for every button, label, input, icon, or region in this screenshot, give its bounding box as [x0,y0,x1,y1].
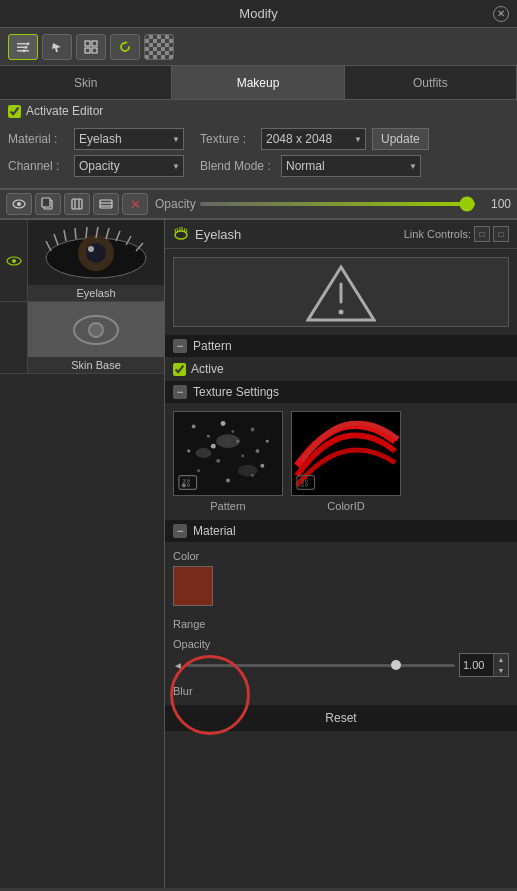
tab-outfits[interactable]: Outfits [345,66,517,99]
warning-triangle [306,262,376,322]
texture-label: Texture : [200,132,255,146]
svg-point-5 [23,49,26,52]
activate-editor-label[interactable]: Activate Editor [8,104,103,118]
colorid-texture-img[interactable]: ⛓ [291,411,401,496]
reset-button[interactable]: Reset [165,705,517,731]
link-icon-2[interactable]: □ [493,226,509,242]
tab-skin[interactable]: Skin [0,66,172,99]
opacity-slider-thumb [391,660,401,670]
channel-select[interactable]: Opacity [74,155,184,177]
svg-text:⛓: ⛓ [300,478,309,488]
arrow-tool-button[interactable] [42,34,72,60]
pattern-section-title: Pattern [193,339,232,353]
svg-point-24 [86,243,106,263]
link-controls-label: Link Controls: [404,228,471,240]
opacity-control: Opacity 100 [155,197,511,211]
link-icon-1[interactable]: □ [474,226,490,242]
grid-tool-button[interactable] [76,34,106,60]
title-bar: Modify ✕ [0,0,517,28]
channel-select-wrap: Opacity [74,155,184,177]
svg-point-54 [187,450,190,453]
active-text: Active [191,362,224,376]
svg-point-11 [17,202,21,206]
opacity-value-num: 1.00 [460,658,493,672]
close-button[interactable]: ✕ [493,6,509,22]
material-label: Material : [8,132,68,146]
color-label: Color [173,550,509,562]
window-title: Modify [239,6,277,21]
eye-button[interactable] [6,193,32,215]
svg-rect-6 [85,41,90,46]
range-label: Range [165,614,517,634]
opacity-slider-row: ◄ 1.00 ▲ ▼ [173,653,509,677]
opacity-slider[interactable] [200,202,475,206]
layer-panel: Eyelash Skin Base [0,219,517,888]
pattern-svg: ⛓ [174,411,282,496]
right-panel-header: Eyelash Link Controls: □ □ [165,220,517,249]
warning-box [173,257,509,327]
material-select[interactable]: Eyelash [74,128,184,150]
opacity-spin: ▲ ▼ [493,654,508,676]
active-row: Active [165,357,517,381]
svg-rect-13 [42,198,50,207]
svg-point-62 [266,440,269,443]
sliders-tool-button[interactable] [8,34,38,60]
colorid-svg: ⛓ [292,411,400,496]
svg-point-3 [27,42,30,45]
texture-settings-header[interactable]: − Texture Settings [165,381,517,403]
svg-point-67 [238,465,258,477]
pattern-collapse-icon[interactable]: − [173,339,187,353]
update-button[interactable]: Update [372,128,429,150]
opacity-row-label: Opacity [173,638,509,650]
material-section-header[interactable]: − Material [165,520,517,542]
blend-mode-label: Blend Mode : [200,159,275,173]
svg-line-28 [64,230,66,241]
active-checkbox[interactable] [173,363,186,376]
svg-line-30 [86,227,87,238]
refresh-tool-button[interactable] [110,34,140,60]
svg-point-25 [88,246,94,252]
pattern-section-header[interactable]: − Pattern [165,335,517,357]
slider-left-arrow: ◄ [173,660,183,671]
svg-point-55 [216,459,220,463]
skinbase-thumbnail [28,302,164,357]
opacity-spin-down[interactable]: ▼ [494,665,508,676]
activate-editor-checkbox[interactable] [8,105,21,118]
svg-line-44 [186,229,187,233]
texture-select[interactable]: 2048 x 2048 [261,128,366,150]
svg-line-32 [106,228,109,239]
pattern-texture-img[interactable]: ⛓ [173,411,283,496]
checkerboard-tool-button[interactable] [144,34,174,60]
svg-point-51 [221,421,226,426]
layer-eye-icon[interactable] [5,255,23,267]
delete-button[interactable]: ✕ [122,193,148,215]
svg-point-58 [197,469,200,472]
opacity-value: 100 [479,197,511,211]
svg-point-59 [226,479,230,483]
texture-grid: ⛓ Pattern [165,403,517,520]
svg-point-57 [260,464,264,468]
svg-rect-7 [92,41,97,46]
tab-makeup[interactable]: Makeup [172,66,344,99]
right-panel-title: Eyelash [173,226,241,242]
texture-settings-collapse-icon[interactable]: − [173,385,187,399]
opacity-spin-up[interactable]: ▲ [494,654,508,665]
active-label[interactable]: Active [173,362,224,376]
layer-button[interactable] [93,193,119,215]
opacity-label: Opacity [155,197,196,211]
layer-item-skinbase[interactable]: Skin Base [0,302,164,374]
material-collapse-icon[interactable]: − [173,524,187,538]
svg-text:⛓: ⛓ [182,478,191,488]
opacity-full-slider[interactable] [187,664,455,667]
svg-point-47 [339,310,344,315]
svg-rect-14 [72,199,82,209]
svg-point-65 [255,449,259,453]
color-swatch[interactable] [173,566,213,606]
copy-button[interactable] [35,193,61,215]
svg-point-53 [251,427,255,431]
resize-button[interactable] [64,193,90,215]
svg-rect-8 [85,48,90,53]
svg-point-49 [192,425,196,429]
blend-mode-select[interactable]: Normal [281,155,421,177]
layer-item-eyelash[interactable]: Eyelash [0,220,164,302]
